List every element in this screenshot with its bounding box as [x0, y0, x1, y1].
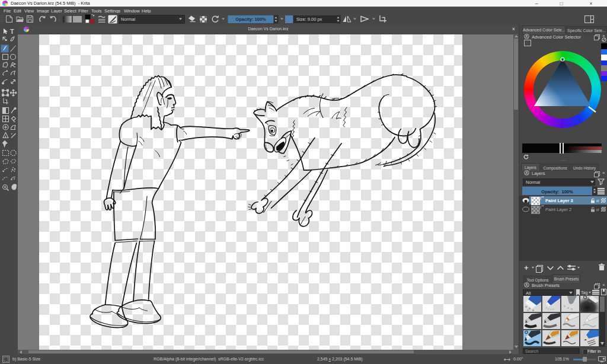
svg-text:T: T — [10, 28, 14, 35]
svg-text:Normal: Normal — [121, 17, 136, 22]
svg-text:Opacity: 100%: Opacity: 100% — [235, 17, 266, 22]
svg-text:Size: 9.00 px: Size: 9.00 px — [296, 17, 322, 22]
